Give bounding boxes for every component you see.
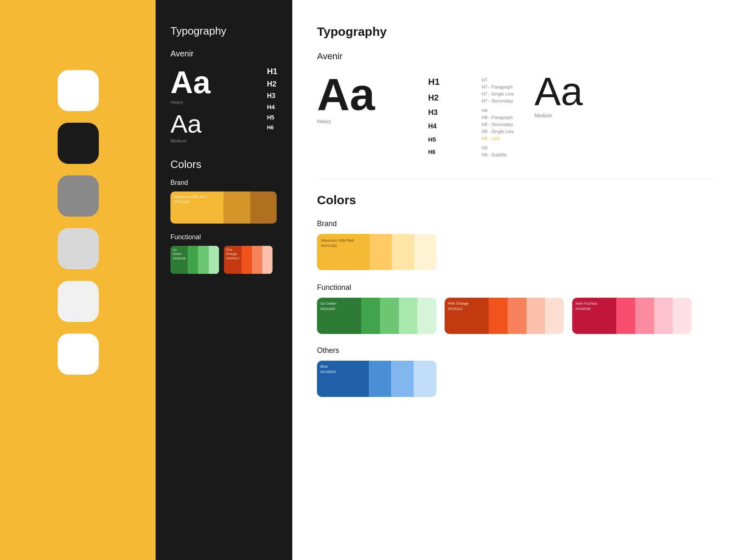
sub-h8-paragraph: H8 - Paragraph (482, 115, 514, 120)
sub-h8-single: H8 - Single Line (482, 129, 514, 134)
white-panel: Typography Avenir Aa Heavy H1 H2 H3 H4 H… (292, 0, 741, 560)
white-brand-seg1: Maximum Yello Red #FFCA62 (317, 234, 370, 270)
sub-h7: H7 (482, 77, 514, 82)
white-orange-seg2 (489, 298, 508, 334)
swatch-black (58, 123, 99, 164)
white-blue-seg4 (414, 361, 436, 397)
dark-functional-label: Functional (170, 233, 277, 241)
white-orange-name: Pink Orange (448, 301, 485, 306)
dark-brand-seg1: Maximum Yello Red #FFCA62 (170, 191, 224, 224)
dark-green-seg3 (198, 246, 208, 274)
dark-orange-seg3 (252, 246, 262, 274)
white-font-name: Avenir (317, 51, 716, 62)
white-func-swatch-orange: Pink Orange #F0531C (445, 298, 564, 334)
dark-aa-heavy: Aa (170, 67, 277, 98)
white-fuchsia-seg4 (654, 298, 673, 334)
white-green-seg1: Go Green #40A349 (317, 298, 361, 334)
white-fuchsia-hex: #F94F6E (576, 306, 613, 312)
white-orange-seg5 (545, 298, 564, 334)
dark-orange-name: Pink Orange (226, 248, 240, 257)
white-green-hex: #40A349 (320, 306, 358, 312)
white-orange-seg4 (527, 298, 545, 334)
white-h3: H3 (428, 108, 461, 117)
swatch-gray (58, 175, 99, 217)
sub-h8-link: H8 - Link (482, 136, 514, 141)
white-fuchsia-seg3 (635, 298, 654, 334)
dark-orange-seg4 (262, 246, 273, 274)
sub-h8-secondary: H8 - Secondary (482, 122, 514, 127)
white-h4: H4 (428, 123, 461, 130)
dark-typography-title: Typography (170, 25, 277, 37)
dark-green-seg2 (188, 246, 198, 274)
white-green-seg4 (399, 298, 418, 334)
dark-h1: H1 (267, 67, 277, 76)
white-aa-medium: Aa (534, 72, 625, 111)
white-h1: H1 (428, 77, 461, 87)
sub-h7-single: H7 - Single Line (482, 91, 514, 96)
sub-h8: H8 (482, 108, 514, 113)
white-h2: H2 (428, 93, 461, 103)
dark-h6: H6 (267, 124, 277, 131)
white-colors-title: Colors (317, 193, 716, 207)
swatch-white (58, 70, 99, 111)
white-fuchsia-name: New Fuchsia (576, 301, 613, 306)
white-brand-label: Brand (317, 219, 716, 228)
white-brand-swatch: Maximum Yello Red #FFCA62 (317, 234, 436, 270)
white-blue-seg2 (369, 361, 391, 397)
dark-panel: Typography Avenir Aa Heavy H1 H2 H3 H4 H… (156, 0, 292, 560)
dark-orange-seg2 (242, 246, 252, 274)
dark-green-name: Go Green (172, 248, 186, 257)
dark-func-swatch-green: Go Green #40A349 (170, 246, 219, 274)
dark-func-swatch-orange: Pink Orange #F0531C (224, 246, 273, 274)
white-orange-hex: #F0531C (448, 306, 485, 312)
white-func-swatch-fuchsia: New Fuchsia #F94F6E (572, 298, 692, 334)
white-blue-seg3 (391, 361, 414, 397)
white-aa-heavy: Aa (317, 72, 408, 117)
squares-column (58, 70, 99, 375)
white-h6: H6 (428, 149, 461, 155)
white-h5: H5 (428, 136, 461, 143)
white-fuchsia-seg1: New Fuchsia #F94F6E (572, 298, 616, 334)
white-typography-title: Typography (317, 25, 716, 39)
swatch-off-white (58, 281, 99, 322)
white-brand-seg2 (370, 234, 392, 270)
white-fuchsia-seg2 (616, 298, 635, 334)
white-medium-label: Medium (534, 113, 625, 119)
white-blue-seg1: Blue #4A90D9 (317, 361, 369, 397)
dark-brand-swatch-name: Maximum Yello Red (174, 195, 220, 200)
white-func-swatch-green: Go Green #40A349 (317, 298, 436, 334)
dark-brand-label: Brand (170, 179, 277, 187)
dark-brand-swatch: Maximum Yello Red #FFCA62 (170, 191, 277, 224)
dark-green-hex: #40A349 (172, 257, 186, 261)
dark-aa-medium: Aa (170, 111, 277, 137)
dark-medium-label: Medium (170, 138, 277, 143)
medium-aa-block: Aa Medium (534, 72, 625, 119)
white-heavy-label: Heavy (317, 119, 408, 124)
white-brand-seg3 (392, 234, 414, 270)
dark-font-name: Avenir (170, 49, 277, 58)
white-orange-seg3 (508, 298, 527, 334)
white-orange-seg1: Pink Orange #F0531C (445, 298, 489, 334)
white-other-swatch-blue: Blue #4A90D9 (317, 361, 436, 397)
dark-functional-swatches: Go Green #40A349 Pink Orange #F0531C (170, 246, 277, 274)
swatch-light-gray (58, 228, 99, 269)
dark-brand-seg2 (224, 191, 250, 224)
heading-levels-list: H1 H2 H3 H4 H5 H6 (428, 77, 461, 155)
white-others-label: Others (317, 346, 716, 355)
white-blue-hex: #4A90D9 (320, 369, 366, 375)
heavy-aa-block: Aa Heavy (317, 72, 408, 124)
sub-h9-subtitle: H9 - Subtitle (482, 152, 514, 157)
white-others-swatches: Blue #4A90D9 (317, 361, 716, 397)
white-green-name: Go Green (320, 301, 358, 306)
white-brand-swatch-name: Maximum Yello Red (321, 238, 366, 243)
dark-h2: H2 (267, 80, 277, 89)
white-green-seg3 (380, 298, 399, 334)
dark-orange-seg1: Pink Orange #F0531C (224, 246, 242, 274)
divider-1 (317, 178, 716, 178)
white-blue-name: Blue (320, 364, 366, 369)
white-green-seg5 (417, 298, 436, 334)
dark-orange-hex: #F0531C (226, 257, 240, 261)
dark-green-seg1: Go Green #40A349 (170, 246, 188, 274)
typography-row: Aa Heavy H1 H2 H3 H4 H5 H6 H7 H7 - Parag… (317, 72, 716, 157)
white-functional-swatches: Go Green #40A349 Pink Orange #F0531C (317, 298, 716, 334)
